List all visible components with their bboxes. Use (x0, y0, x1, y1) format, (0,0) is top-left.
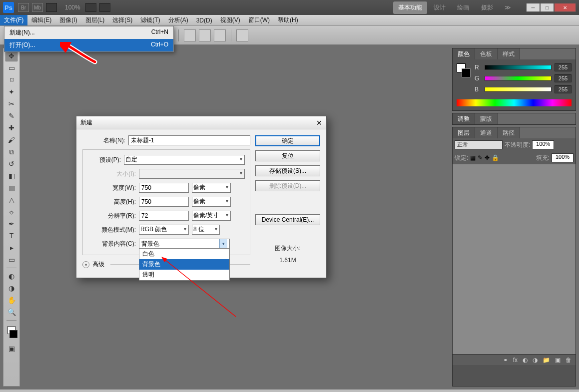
tab-layers[interactable]: 图层 (453, 127, 475, 138)
trash-icon[interactable]: 🗑 (566, 357, 572, 364)
reset-button[interactable]: 复位 (255, 150, 320, 161)
resolution-unit-select[interactable]: 像素/英寸 (192, 211, 231, 221)
menu-file[interactable]: 文件(F) (0, 15, 27, 25)
g-value[interactable]: 255 (555, 74, 572, 82)
shape-tool-icon[interactable]: ▭ (5, 254, 17, 265)
stamp-tool-icon[interactable]: ⧉ (5, 146, 17, 157)
arrange-dropdown-icon[interactable] (85, 3, 96, 12)
layout-dropdown-icon[interactable] (46, 3, 57, 12)
bg-option-transparent[interactable]: 透明 (139, 270, 229, 280)
blur-tool-icon[interactable]: △ (5, 194, 17, 205)
menu-item-new[interactable]: 新建(N)... Ctrl+N (4, 26, 173, 39)
folder-icon[interactable]: 📁 (543, 357, 550, 364)
screenmode-dropdown-icon[interactable] (99, 3, 110, 12)
workspace-basic[interactable]: 基本功能 (393, 1, 427, 14)
zoom-level[interactable]: 100% (65, 4, 80, 11)
close-button[interactable]: ✕ (554, 3, 576, 12)
type-tool-icon[interactable]: T (5, 230, 17, 241)
menu-layer[interactable]: 图层(L) (81, 15, 109, 25)
lock-icon[interactable]: ▦ (470, 154, 476, 161)
link-icon[interactable]: ⚭ (503, 357, 508, 364)
mask-icon[interactable]: ◐ (523, 357, 528, 364)
bg-option-white[interactable]: 白色 (139, 249, 229, 259)
menu-window[interactable]: 窗口(W) (244, 15, 274, 25)
bg-content-select[interactable]: 背景色 ▾ (139, 239, 230, 249)
3d-cam-tool-icon[interactable]: ◑ (5, 283, 17, 294)
zoom-tool-icon[interactable]: 🔍 (5, 307, 17, 318)
fx-icon[interactable]: fx (513, 357, 518, 364)
bridge-icon[interactable]: Br (18, 3, 29, 12)
adjust-icon[interactable]: ◑ (533, 357, 538, 364)
hand-tool-icon[interactable]: ✋ (5, 295, 17, 306)
tab-swatches[interactable]: 色板 (475, 48, 498, 59)
minimize-button[interactable]: ─ (526, 3, 540, 12)
opt-icon[interactable] (236, 29, 248, 41)
ok-button[interactable]: 确定 (255, 135, 320, 146)
eyedropper-tool-icon[interactable]: ✎ (5, 110, 17, 121)
lock-icon[interactable]: ✎ (478, 154, 483, 161)
gradient-tool-icon[interactable]: ▦ (5, 182, 17, 193)
tab-color[interactable]: 颜色 (453, 48, 475, 59)
background-color-swatch[interactable] (9, 330, 17, 338)
name-input[interactable] (128, 135, 250, 145)
move-tool-icon[interactable]: ✥ (5, 50, 17, 61)
tab-mask[interactable]: 蒙版 (475, 113, 498, 124)
workspace-design[interactable]: 设计 (429, 1, 451, 14)
path-tool-icon[interactable]: ▸ (5, 242, 17, 253)
bg-option-bgcolor[interactable]: 背景色 (139, 259, 229, 270)
tab-paths[interactable]: 路径 (498, 127, 520, 138)
save-preset-button[interactable]: 存储预设(S)... (255, 165, 320, 176)
workspace-more-icon[interactable]: ≫ (500, 2, 516, 13)
lock-icon[interactable]: 🔒 (492, 154, 499, 161)
marquee-tool-icon[interactable]: ▭ (5, 62, 17, 73)
preset-select[interactable]: 自定 (124, 155, 245, 165)
dialog-titlebar[interactable]: 新建 ✕ (76, 116, 326, 129)
tab-channels[interactable]: 通道 (475, 127, 498, 138)
quickmask-icon[interactable]: ▣ (5, 343, 17, 354)
3d-tool-icon[interactable]: ◐ (5, 271, 17, 282)
crop-tool-icon[interactable]: ✂ (5, 98, 17, 109)
blend-mode-select[interactable]: 正常 (455, 140, 503, 149)
lasso-tool-icon[interactable]: ⌑ (5, 74, 17, 85)
menu-image[interactable]: 图像(I) (55, 15, 81, 25)
fill-input[interactable]: 100% (552, 153, 574, 162)
height-unit-select[interactable]: 像素 (192, 197, 231, 207)
lock-icon[interactable]: ✥ (485, 154, 490, 161)
menu-view[interactable]: 视图(V) (216, 15, 244, 25)
b-slider[interactable] (485, 87, 552, 92)
bg-swatch[interactable] (462, 68, 471, 77)
eraser-tool-icon[interactable]: ◧ (5, 170, 17, 181)
menu-item-open[interactable]: 打开(O)... Ctrl+O (4, 39, 173, 51)
depth-select[interactable]: 8 位 (192, 225, 220, 235)
dialog-close-icon[interactable]: ✕ (316, 119, 322, 127)
mode-select[interactable]: RGB 颜色 (139, 225, 189, 235)
opt-icon[interactable] (199, 29, 211, 41)
b-value[interactable]: 255 (555, 85, 572, 93)
pen-tool-icon[interactable]: ✒ (5, 218, 17, 229)
tab-styles[interactable]: 样式 (498, 48, 520, 59)
dodge-tool-icon[interactable]: ☼ (5, 206, 17, 217)
menu-filter[interactable]: 滤镜(T) (136, 15, 164, 25)
layers-list[interactable] (453, 164, 576, 354)
history-brush-tool-icon[interactable]: ↺ (5, 158, 17, 169)
workspace-photo[interactable]: 摄影 (476, 1, 498, 14)
g-slider[interactable] (485, 76, 552, 81)
new-layer-icon[interactable]: ▣ (555, 357, 561, 364)
resolution-input[interactable] (139, 211, 189, 221)
r-value[interactable]: 255 (555, 63, 572, 71)
menu-3d[interactable]: 3D(D) (192, 15, 216, 25)
opt-icon[interactable] (184, 29, 196, 41)
menu-select[interactable]: 选择(S) (108, 15, 136, 25)
r-slider[interactable] (485, 65, 552, 70)
menu-analysis[interactable]: 分析(A) (164, 15, 192, 25)
opacity-input[interactable]: 100% (532, 140, 554, 149)
color-spectrum[interactable] (457, 99, 572, 106)
width-input[interactable] (139, 183, 189, 193)
height-input[interactable] (139, 197, 189, 207)
menu-edit[interactable]: 编辑(E) (27, 15, 55, 25)
wand-tool-icon[interactable]: ✦ (5, 86, 17, 97)
workspace-paint[interactable]: 绘画 (452, 1, 474, 14)
tab-adjust[interactable]: 调整 (453, 113, 475, 124)
minibridge-icon[interactable]: Mb (32, 3, 43, 12)
width-unit-select[interactable]: 像素 (192, 183, 231, 193)
